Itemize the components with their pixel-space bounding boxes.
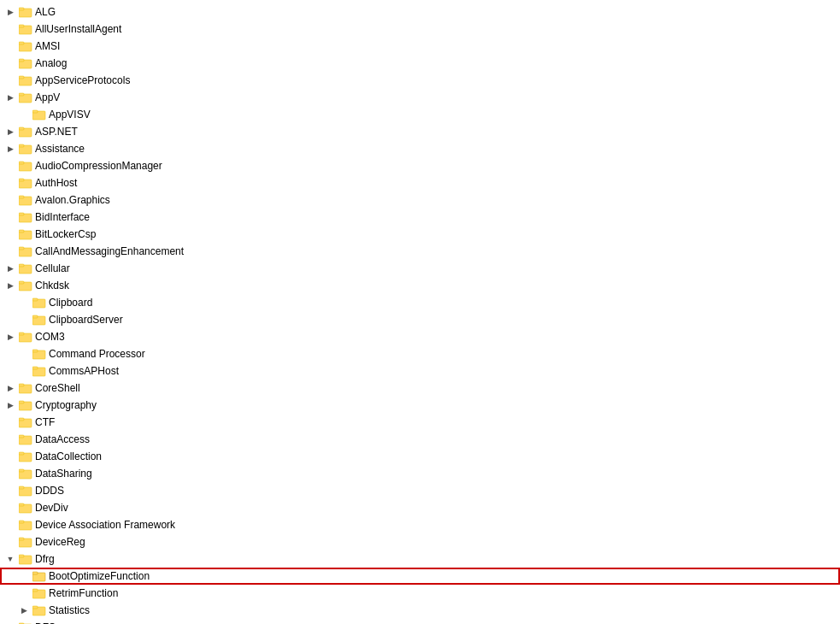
expand-arrow-datacollection [3, 448, 17, 465]
folder-icon-retrimfunction [32, 587, 46, 599]
item-label-bidinterface: BidInterface [32, 211, 90, 223]
folder-icon-devicereg [19, 536, 32, 548]
registry-tree[interactable]: ▶ ALG AllUserInstallAgent AMSI Analog Ap… [0, 0, 840, 624]
tree-item-commandprocessor[interactable]: Command Processor [0, 345, 840, 362]
folder-icon-deviceassociationframework [19, 519, 32, 531]
svg-rect-1 [19, 8, 24, 10]
tree-item-callandmessagingenhancement[interactable]: CallAndMessagingEnhancement [0, 243, 840, 260]
expand-arrow-chkdsk[interactable]: ▶ [3, 277, 17, 294]
tree-item-commsaphost[interactable]: CommsAPHost [0, 362, 840, 380]
tree-item-appv[interactable]: ▶ AppV [0, 89, 840, 106]
tree-item-clipboard[interactable]: Clipboard [0, 294, 840, 311]
expand-arrow-dfrg[interactable]: ▼ [3, 550, 17, 568]
tree-item-avalongraphics[interactable]: Avalon.Graphics [0, 191, 840, 209]
item-label-deviceassociationframework: Device Association Framework [32, 519, 175, 531]
svg-rect-3 [19, 25, 24, 27]
expand-arrow-cellular[interactable]: ▶ [3, 260, 17, 277]
item-label-coreshell: CoreShell [32, 382, 80, 394]
expand-arrow-aspnet[interactable]: ▶ [3, 123, 17, 140]
folder-icon-clipboard [32, 297, 46, 309]
tree-item-bidinterface[interactable]: BidInterface [0, 209, 840, 226]
expand-arrow-appserviceprotocols [3, 72, 17, 89]
tree-item-aspnet[interactable]: ▶ ASP.NET [0, 123, 840, 140]
tree-item-datacollection[interactable]: DataCollection [0, 448, 840, 465]
expand-arrow-amsi [3, 38, 17, 55]
tree-item-clipboardserver[interactable]: ClipboardServer [0, 311, 840, 328]
folder-icon-commandprocessor [32, 348, 46, 360]
svg-rect-15 [19, 127, 24, 130]
folder-icon-ctf [19, 416, 32, 428]
svg-rect-27 [19, 230, 24, 233]
folder-icon-statistics [32, 604, 46, 616]
svg-rect-53 [19, 452, 24, 455]
item-label-amsi: AMSI [32, 40, 60, 52]
folder-icon-appserviceprotocols [19, 74, 32, 86]
expand-arrow-dfs[interactable]: ▶ [3, 619, 17, 624]
folder-icon-appvisv [32, 109, 46, 121]
expand-arrow-bitlockercsp [3, 226, 17, 243]
tree-item-deviceassociationframework[interactable]: Device Association Framework [0, 516, 840, 533]
tree-item-analog[interactable]: Analog [0, 55, 840, 72]
svg-rect-37 [32, 315, 38, 318]
folder-icon-ddds [19, 485, 32, 497]
tree-item-coreshell[interactable]: ▶ CoreShell [0, 380, 840, 397]
item-label-chkdsk: Chkdsk [32, 280, 69, 291]
tree-item-retrimfunction[interactable]: RetrimFunction [0, 585, 840, 602]
expand-arrow-com3[interactable]: ▶ [3, 328, 17, 345]
tree-item-assistance[interactable]: ▶ Assistance [0, 140, 840, 157]
item-label-audiocompressionmanager: AudioCompressionManager [32, 160, 162, 172]
tree-item-appvisv[interactable]: AppVISV [0, 106, 840, 123]
tree-item-datasharing[interactable]: DataSharing [0, 465, 840, 482]
item-label-aspnet: ASP.NET [32, 126, 78, 138]
item-label-avalongraphics: Avalon.Graphics [32, 194, 110, 206]
item-label-datasharing: DataSharing [32, 468, 92, 480]
item-label-appserviceprotocols: AppServiceProtocols [32, 74, 130, 86]
tree-item-dfs[interactable]: ▶ DFS [0, 619, 840, 624]
tree-item-bootoptimizefunction[interactable]: BootOptimizeFunction [0, 568, 840, 585]
item-label-callandmessagingenhancement: CallAndMessagingEnhancement [32, 245, 184, 257]
expand-arrow-statistics[interactable]: ▶ [17, 602, 31, 619]
tree-item-ddds[interactable]: DDDS [0, 482, 840, 499]
svg-rect-29 [19, 247, 24, 250]
item-label-appv: AppV [32, 91, 60, 103]
item-label-clipboard: Clipboard [46, 297, 92, 309]
expand-arrow-audiocompressionmanager [3, 157, 17, 174]
tree-item-audiocompressionmanager[interactable]: AudioCompressionManager [0, 157, 840, 174]
item-label-alluserinstallagent: AllUserInstallAgent [32, 23, 121, 35]
tree-item-amsi[interactable]: AMSI [0, 38, 840, 55]
folder-icon-coreshell [19, 382, 32, 394]
tree-item-dfrg[interactable]: ▼ Dfrg [0, 550, 840, 568]
tree-item-dataaccess[interactable]: DataAccess [0, 431, 840, 448]
tree-item-com3[interactable]: ▶ COM3 [0, 328, 840, 345]
svg-rect-55 [19, 469, 24, 472]
expand-arrow-authhost [3, 174, 17, 191]
tree-item-chkdsk[interactable]: ▶ Chkdsk [0, 277, 840, 294]
item-label-cellular: Cellular [32, 262, 70, 274]
tree-item-alg[interactable]: ▶ ALG [0, 3, 840, 21]
expand-arrow-alg[interactable]: ▶ [3, 3, 17, 21]
tree-item-statistics[interactable]: ▶ Statistics [0, 602, 840, 619]
svg-rect-57 [19, 486, 24, 489]
svg-rect-7 [19, 59, 24, 62]
svg-rect-35 [32, 298, 38, 301]
expand-arrow-cryptography[interactable]: ▶ [3, 397, 17, 414]
tree-item-appserviceprotocols[interactable]: AppServiceProtocols [0, 72, 840, 89]
tree-item-cellular[interactable]: ▶ Cellular [0, 260, 840, 277]
expand-arrow-coreshell[interactable]: ▶ [3, 380, 17, 397]
svg-rect-39 [19, 333, 24, 335]
tree-item-authhost[interactable]: AuthHost [0, 174, 840, 191]
tree-item-bitlockercsp[interactable]: BitLockerCsp [0, 226, 840, 243]
folder-icon-authhost [19, 177, 32, 189]
tree-item-ctf[interactable]: CTF [0, 414, 840, 431]
tree-item-cryptography[interactable]: ▶ Cryptography [0, 397, 840, 414]
tree-item-devdiv[interactable]: DevDiv [0, 499, 840, 516]
item-label-ddds: DDDS [32, 485, 64, 497]
tree-item-alluserinstallagent[interactable]: AllUserInstallAgent [0, 21, 840, 38]
item-label-dataaccess: DataAccess [32, 433, 90, 445]
expand-arrow-appv[interactable]: ▶ [3, 89, 17, 106]
expand-arrow-assistance[interactable]: ▶ [3, 140, 17, 157]
expand-arrow-clipboard [17, 294, 31, 311]
item-label-retrimfunction: RetrimFunction [46, 587, 118, 599]
tree-item-devicereg[interactable]: DeviceReg [0, 533, 840, 550]
folder-icon-cellular [19, 262, 32, 274]
